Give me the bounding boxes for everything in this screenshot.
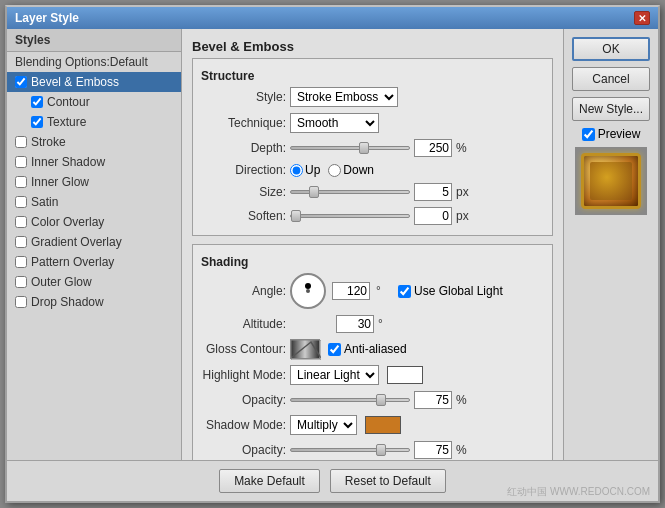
anti-aliased-item[interactable]: Anti-aliased xyxy=(328,342,407,356)
sidebar-item-gradient-overlay[interactable]: Gradient Overlay xyxy=(7,232,181,252)
highlight-color-box[interactable] xyxy=(387,366,423,384)
preview-image xyxy=(581,153,641,209)
use-global-light-checkbox[interactable] xyxy=(398,285,411,298)
direction-up-item[interactable]: Up xyxy=(290,163,320,177)
shadow-opacity-input[interactable] xyxy=(414,441,452,459)
technique-select[interactable]: Smooth Chisel Hard Chisel Soft xyxy=(290,113,379,133)
new-style-button[interactable]: New Style... xyxy=(572,97,650,121)
technique-label: Technique: xyxy=(201,116,286,130)
angle-center-dot xyxy=(306,289,310,293)
sidebar-item-checkbox-satin[interactable] xyxy=(15,196,27,208)
sidebar-item-checkbox-contour[interactable] xyxy=(31,96,43,108)
sidebar-item-checkbox-inner-shadow[interactable] xyxy=(15,156,27,168)
structure-section: Structure Style: Stroke Emboss Inner Bev… xyxy=(192,58,553,236)
gloss-contour-preview[interactable] xyxy=(290,339,320,359)
anti-aliased-checkbox[interactable] xyxy=(328,343,341,356)
sidebar-item-contour[interactable]: Contour xyxy=(7,92,181,112)
depth-slider[interactable] xyxy=(290,146,410,150)
sidebar-item-checkbox-gradient-overlay[interactable] xyxy=(15,236,27,248)
cancel-button[interactable]: Cancel xyxy=(572,67,650,91)
soften-slider[interactable] xyxy=(290,214,410,218)
shadow-opacity-unit: % xyxy=(456,443,472,457)
altitude-label: Altitude: xyxy=(201,317,286,331)
direction-down-item[interactable]: Down xyxy=(328,163,374,177)
blending-options-item[interactable]: Blending Options:Default xyxy=(7,52,181,72)
left-panel: Styles Blending Options:Default Bevel & … xyxy=(7,29,182,460)
sidebar-item-bevel-emboss[interactable]: Bevel & Emboss xyxy=(7,72,181,92)
gloss-label: Gloss Contour: xyxy=(201,342,286,356)
soften-input[interactable] xyxy=(414,207,452,225)
direction-down-radio[interactable] xyxy=(328,164,341,177)
angle-row: Angle: ° Use Global Light xyxy=(201,273,544,309)
sidebar-item-label-texture: Texture xyxy=(47,115,86,129)
shadow-color-box[interactable] xyxy=(365,416,401,434)
style-row: Style: Stroke Emboss Inner Bevel Outer B… xyxy=(201,87,544,107)
preview-checkbox[interactable] xyxy=(582,128,595,141)
sidebar-item-checkbox-texture[interactable] xyxy=(31,116,43,128)
shading-title: Shading xyxy=(201,255,544,269)
sidebar-item-checkbox-color-overlay[interactable] xyxy=(15,216,27,228)
depth-input[interactable] xyxy=(414,139,452,157)
size-thumb[interactable] xyxy=(309,186,319,198)
reset-button[interactable]: Reset to Default xyxy=(330,469,446,493)
sidebar-item-checkbox-stroke[interactable] xyxy=(15,136,27,148)
altitude-unit: ° xyxy=(378,317,394,331)
structure-title: Structure xyxy=(201,69,544,83)
highlight-opacity-thumb[interactable] xyxy=(376,394,386,406)
soften-row: Soften: px xyxy=(201,207,544,225)
gloss-row: Gloss Contour: Anti-aliased xyxy=(201,339,544,359)
shadow-label: Shadow Mode: xyxy=(201,418,286,432)
shadow-opacity-slider[interactable] xyxy=(290,448,410,452)
sidebar-item-label-satin: Satin xyxy=(31,195,58,209)
depth-row: Depth: % xyxy=(201,139,544,157)
size-label: Size: xyxy=(201,185,286,199)
direction-radio-group: Up Down xyxy=(290,163,374,177)
shadow-row: Shadow Mode: Multiply Normal Screen xyxy=(201,415,544,435)
size-row: Size: px xyxy=(201,183,544,201)
shadow-opacity-thumb[interactable] xyxy=(376,444,386,456)
angle-input[interactable] xyxy=(332,282,370,300)
sidebar-item-checkbox-pattern-overlay[interactable] xyxy=(15,256,27,268)
size-input[interactable] xyxy=(414,183,452,201)
soften-label: Soften: xyxy=(201,209,286,223)
shadow-select[interactable]: Multiply Normal Screen xyxy=(290,415,357,435)
altitude-row: Altitude: ° xyxy=(201,315,544,333)
highlight-select[interactable]: Linear Light Normal Overlay xyxy=(290,365,379,385)
highlight-opacity-slider[interactable] xyxy=(290,398,410,402)
highlight-opacity-input[interactable] xyxy=(414,391,452,409)
blending-options-label: Blending Options:Default xyxy=(15,55,148,69)
sidebar-item-satin[interactable]: Satin xyxy=(7,192,181,212)
sidebar-item-checkbox-inner-glow[interactable] xyxy=(15,176,27,188)
make-default-button[interactable]: Make Default xyxy=(219,469,320,493)
angle-unit: ° xyxy=(376,284,392,298)
sidebar-item-pattern-overlay[interactable]: Pattern Overlay xyxy=(7,252,181,272)
panel-header: Styles xyxy=(7,29,181,52)
sidebar-item-drop-shadow[interactable]: Drop Shadow xyxy=(7,292,181,312)
main-panel: Bevel & Emboss Structure Style: Stroke E… xyxy=(182,29,563,460)
use-global-light-item[interactable]: Use Global Light xyxy=(398,284,503,298)
depth-thumb[interactable] xyxy=(359,142,369,154)
sidebar-item-checkbox-bevel-emboss[interactable] xyxy=(15,76,27,88)
direction-row: Direction: Up Down xyxy=(201,163,544,177)
ok-button[interactable]: OK xyxy=(572,37,650,61)
size-slider[interactable] xyxy=(290,190,410,194)
sidebar-item-stroke[interactable]: Stroke xyxy=(7,132,181,152)
sidebar-item-outer-glow[interactable]: Outer Glow xyxy=(7,272,181,292)
style-select[interactable]: Stroke Emboss Inner Bevel Outer Bevel Em… xyxy=(290,87,398,107)
soften-thumb[interactable] xyxy=(291,210,301,222)
styles-list: Bevel & EmbossContourTextureStrokeInner … xyxy=(7,72,181,312)
direction-up-radio[interactable] xyxy=(290,164,303,177)
sidebar-item-label-bevel-emboss: Bevel & Emboss xyxy=(31,75,119,89)
sidebar-item-inner-glow[interactable]: Inner Glow xyxy=(7,172,181,192)
sidebar-item-texture[interactable]: Texture xyxy=(7,112,181,132)
sidebar-item-color-overlay[interactable]: Color Overlay xyxy=(7,212,181,232)
sidebar-item-checkbox-drop-shadow[interactable] xyxy=(15,296,27,308)
sidebar-item-checkbox-outer-glow[interactable] xyxy=(15,276,27,288)
altitude-input[interactable] xyxy=(336,315,374,333)
highlight-opacity-label: Opacity: xyxy=(201,393,286,407)
shading-section: Shading Angle: ° xyxy=(192,244,553,460)
angle-dial[interactable] xyxy=(290,273,326,309)
preview-box xyxy=(575,147,647,215)
sidebar-item-inner-shadow[interactable]: Inner Shadow xyxy=(7,152,181,172)
close-button[interactable]: ✕ xyxy=(634,11,650,25)
